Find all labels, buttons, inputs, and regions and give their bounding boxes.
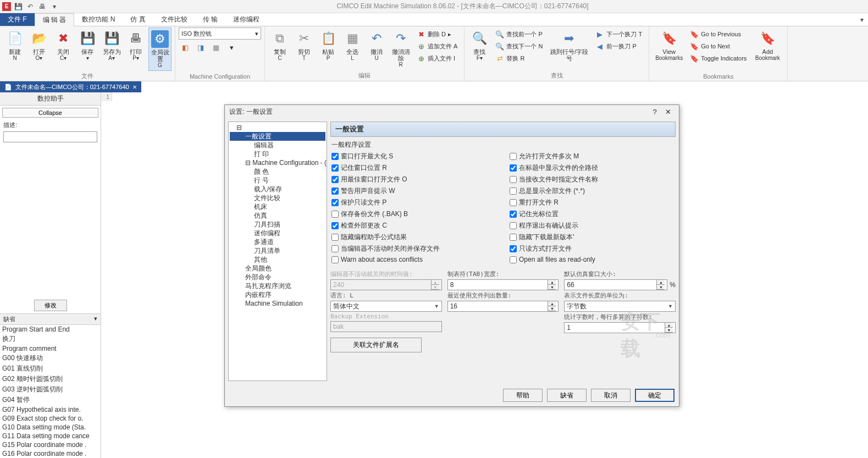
charcount-input[interactable]: 1▲▼ xyxy=(564,322,676,333)
tab-input[interactable]: 8▲▼ xyxy=(447,279,559,290)
tree-sim[interactable]: 仿真 xyxy=(230,211,325,220)
checkbox-row[interactable]: 当编辑器不活动时关闭并保存文件 xyxy=(331,244,496,253)
goto-next-bookmark-button[interactable]: 🔖Go to Next xyxy=(688,41,749,52)
checkbox-row[interactable]: 保护只读文件 P xyxy=(331,198,496,207)
tree-editor[interactable]: 编辑器 xyxy=(230,141,325,150)
replace-button[interactable]: ⇄替换 R xyxy=(493,53,545,64)
lenunit-dropdown[interactable]: 字节数▼ xyxy=(564,301,676,312)
checkbox[interactable] xyxy=(510,222,517,229)
tree-toolscan[interactable]: 刀具扫描 xyxy=(230,220,325,229)
mc-btn-3[interactable]: ▦ xyxy=(209,42,223,53)
list-item[interactable]: 换刀 xyxy=(0,334,101,344)
checkbox[interactable] xyxy=(331,187,339,195)
close-icon[interactable]: ✕ xyxy=(132,84,137,90)
checkbox-row[interactable]: 程序退出有确认提示 xyxy=(510,221,675,230)
cut-button[interactable]: ✂剪切T xyxy=(292,27,316,63)
checkbox-row[interactable]: Warn about access conflicts xyxy=(331,256,496,263)
list-item[interactable]: G15 Polar coordinate mode . xyxy=(0,440,101,449)
tree-mini[interactable]: 迷你编程 xyxy=(230,229,325,238)
checkbox[interactable] xyxy=(510,211,517,218)
tree-print[interactable]: 打 印 xyxy=(230,150,325,158)
tree-machine[interactable]: ⊟ Machine Configuration - (IS xyxy=(230,158,325,167)
desc-input[interactable] xyxy=(3,131,97,142)
qat-save-icon[interactable]: 💾 xyxy=(13,2,23,12)
checkbox[interactable] xyxy=(331,222,339,229)
find-prev-button[interactable]: 🔍查找前一个 P xyxy=(493,29,545,40)
tree-globalcolor[interactable]: 全局颜色 xyxy=(230,264,325,273)
tab-compare[interactable]: 文件比较 xyxy=(153,13,195,26)
checkbox-row[interactable]: 只读方式打开文件 xyxy=(510,244,675,253)
saveas-button[interactable]: 💾另存为A▾ xyxy=(100,27,123,63)
checkbox[interactable] xyxy=(510,187,517,195)
collapse-button[interactable]: Collapse xyxy=(2,108,98,118)
checkbox[interactable] xyxy=(510,153,517,160)
checkbox[interactable] xyxy=(331,256,339,263)
checkbox-row[interactable]: 当接收文件时指定文件名称 xyxy=(510,175,675,184)
close-button[interactable]: ✖关闭C▾ xyxy=(52,27,75,63)
checkbox-row[interactable]: 重打开文件 R xyxy=(510,198,675,207)
goto-button[interactable]: ➡跳到行号/字段号 xyxy=(547,27,591,64)
checkbox[interactable] xyxy=(331,245,339,252)
tree-msim[interactable]: Machine Simulation xyxy=(230,299,325,308)
tab-file[interactable]: 文件 F xyxy=(0,13,35,26)
mc-btn-4[interactable]: ▾ xyxy=(225,42,238,53)
global-settings-button[interactable]: ⚙全局设置G xyxy=(148,27,172,71)
ok-button[interactable]: 确定 xyxy=(635,389,675,402)
list-item[interactable]: Program comment xyxy=(0,344,101,353)
checkbox-row[interactable]: 允许打开文件多次 M xyxy=(510,152,675,161)
print-button[interactable]: 🖶打印P▾ xyxy=(124,27,147,63)
tab-sim[interactable]: 仿 真 xyxy=(123,13,153,26)
list-item[interactable]: G03 逆时针圆弧切削 xyxy=(0,384,101,395)
checkbox-row[interactable]: 检查外部更改 C xyxy=(331,221,496,230)
mc-btn-1[interactable]: ◧ xyxy=(179,42,192,53)
prev-toolchange-button[interactable]: ◀前一换刀 P xyxy=(593,41,644,52)
open-button[interactable]: 📂打开O▾ xyxy=(27,27,51,63)
checkbox-row[interactable]: 隐藏编程助手公式结果 xyxy=(331,233,496,242)
default-button[interactable]: 缺省 xyxy=(547,389,587,402)
checkbox[interactable] xyxy=(510,199,517,206)
checkbox[interactable] xyxy=(331,199,339,206)
checkbox-row[interactable]: 在标题中显示文件的全路径 xyxy=(510,163,675,173)
help-icon[interactable]: ? xyxy=(648,108,661,116)
checkbox[interactable] xyxy=(510,164,517,172)
next-toolchange-button[interactable]: ▶下一个换刀 T xyxy=(593,29,644,40)
checkbox[interactable] xyxy=(331,176,339,183)
checkbox[interactable] xyxy=(510,176,517,183)
nc-code-list[interactable]: Program Start and End换刀Program commentG0… xyxy=(0,325,101,458)
list-item[interactable]: G07 Hypothetical axis inte. xyxy=(0,405,101,414)
save-button[interactable]: 💾保存▾ xyxy=(76,27,99,63)
checkbox[interactable] xyxy=(510,245,517,252)
delete-button[interactable]: ✖删除 D▸ xyxy=(414,29,460,40)
new-button[interactable]: 📄新建N xyxy=(3,27,26,63)
checkbox-row[interactable]: 警告用声音提示 W xyxy=(331,186,496,196)
list-item[interactable]: G01 直线切削 xyxy=(0,363,101,374)
qat-dropdown-icon[interactable]: ▾ xyxy=(49,2,59,12)
insert-file-button[interactable]: ⊕插入文件 I xyxy=(414,53,460,64)
modify-button[interactable]: 修改 xyxy=(34,300,67,311)
toggle-indicators-button[interactable]: 🔖Toggle Indicators xyxy=(688,53,749,64)
ribbon-collapse-icon[interactable]: ▾ xyxy=(856,13,868,26)
list-item[interactable]: Program Start and End xyxy=(0,325,101,334)
qat-print-icon[interactable]: 🖶 xyxy=(37,2,47,12)
tree-embed[interactable]: 内嵌程序 xyxy=(230,290,325,299)
checkbox[interactable] xyxy=(510,234,517,241)
redo-button[interactable]: ↷撤消清除R xyxy=(389,27,412,70)
qat-undo-icon[interactable]: ↶ xyxy=(25,2,35,12)
checkbox[interactable] xyxy=(331,234,339,241)
append-file-button[interactable]: ⊕追加文件 A xyxy=(414,41,460,52)
tree-other[interactable]: 其他 xyxy=(230,255,325,264)
tree-multi[interactable]: 多通道 xyxy=(230,238,325,246)
lang-dropdown[interactable]: 简体中文▼ xyxy=(330,301,442,312)
tab-nc[interactable]: 数控功能 N xyxy=(74,13,123,26)
tree-toollist[interactable]: 刀具清单 xyxy=(230,246,325,255)
tab-mini[interactable]: 迷你编程 xyxy=(225,13,267,26)
find-next-button[interactable]: 🔍查找下一个 N xyxy=(493,41,545,52)
simwin-input[interactable]: 66▲▼ xyxy=(564,279,667,290)
tab-editor[interactable]: 编 辑 器 xyxy=(35,13,75,26)
tree-extcmd[interactable]: 外部命令 xyxy=(230,273,325,282)
checkbox[interactable] xyxy=(331,211,339,218)
checkbox-row[interactable]: 保存备份文件 (.BAK) B xyxy=(331,209,496,219)
goto-prev-bookmark-button[interactable]: 🔖Go to Previous xyxy=(688,29,749,40)
add-bookmark-button[interactable]: 🔖AddBookmark xyxy=(751,27,784,63)
assoc-ext-button[interactable]: 关联文件扩展名 xyxy=(330,338,422,352)
